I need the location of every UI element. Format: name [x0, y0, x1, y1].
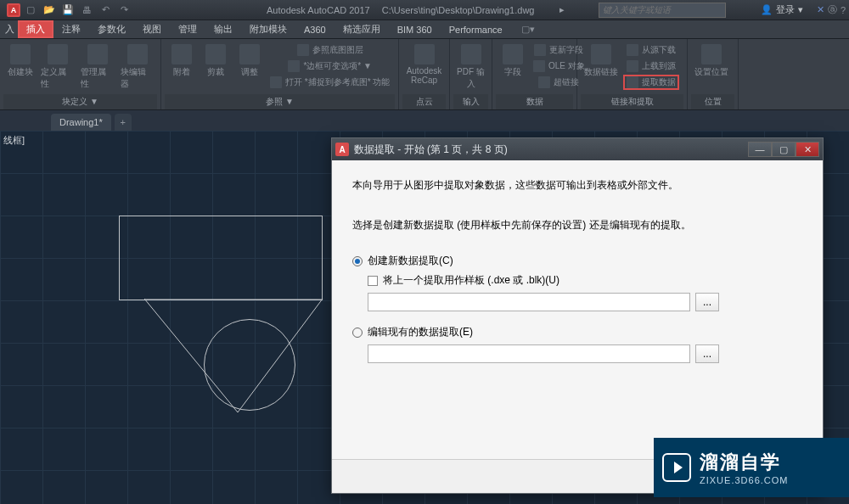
panel-title-block[interactable]: 块定义 ▼	[3, 94, 157, 109]
menu-featured[interactable]: 精选应用	[335, 20, 389, 38]
update-icon	[534, 44, 546, 56]
menu-view[interactable]: 视图	[134, 20, 170, 38]
download-source[interactable]: 从源下载	[623, 42, 679, 58]
browse-existing-button[interactable]: ...	[695, 344, 719, 363]
manage-attr-button[interactable]: 管理属性	[79, 42, 115, 92]
upload-icon	[627, 60, 638, 72]
download-icon	[627, 44, 638, 56]
radio-edit-existing[interactable]: 编辑现有的数据提取(E)	[352, 325, 802, 339]
menu-addins[interactable]: 附加模块	[241, 20, 295, 38]
menu-parametric[interactable]: 参数化	[89, 20, 134, 38]
existing-path-input[interactable]	[368, 344, 690, 363]
undo-icon[interactable]: ↶	[98, 3, 112, 17]
data-link-button[interactable]: 数据链接	[582, 42, 620, 80]
template-path-input[interactable]	[368, 293, 690, 311]
play-icon	[662, 453, 691, 482]
block-editor-icon	[127, 44, 148, 64]
a360-icon[interactable]: ⓐ	[828, 3, 837, 16]
snap-icon	[270, 76, 282, 88]
print-icon[interactable]: 🖶	[80, 3, 93, 17]
define-attr-button[interactable]: 定义属性	[39, 42, 76, 92]
dialog-description-2: 选择是创建新数据提取 (使用样板中先前保存的设置) 还是编辑现有的提取。	[352, 217, 802, 233]
exchange-icon[interactable]: ✕	[817, 4, 824, 15]
minimize-button[interactable]: —	[748, 142, 772, 157]
help-icon[interactable]: ?	[841, 5, 846, 15]
field-button[interactable]: 字段	[498, 42, 528, 80]
pdf-import-button[interactable]: PDF 输入	[455, 42, 486, 92]
ribbon-panel-block: 创建块 定义属性 管理属性 块编辑器 块定义 ▼	[0, 39, 161, 109]
panel-title-import[interactable]: 输入	[453, 94, 488, 109]
ribbon-panel-data: 字段 更新字段 OLE 对象 超链接 数据	[492, 39, 577, 109]
ribbon: 创建块 定义属性 管理属性 块编辑器 块定义 ▼ 附着 剪裁 调整 参照底图图层…	[0, 39, 849, 110]
radio-label-edit: 编辑现有的数据提取(E)	[368, 325, 473, 339]
menu-performance[interactable]: Performance	[441, 22, 511, 37]
snap-underlay[interactable]: 打开 *捕捉到参考底图* 功能	[268, 75, 391, 90]
dialog-description-1: 本向导用于从图形中提取对象数据，这些数据可输出到表格或外部文件。	[352, 177, 802, 193]
upload-source[interactable]: 上载到源	[623, 59, 679, 74]
watermark-url: ZIXUE.3D66.COM	[700, 475, 788, 485]
radio-create-new[interactable]: 创建新数据提取(C)	[352, 254, 802, 268]
panel-title-data[interactable]: 数据	[496, 94, 573, 109]
create-block-button[interactable]: 创建块	[5, 42, 36, 80]
panel-options-icon[interactable]: ▢▾	[521, 24, 535, 35]
menu-annotate[interactable]: 注释	[53, 20, 89, 38]
app-menu-icon[interactable]: A	[7, 3, 20, 17]
globe-icon	[701, 44, 722, 64]
close-button[interactable]: ✕	[796, 142, 819, 157]
extract-data-button[interactable]: 提取数据	[623, 75, 679, 90]
rectangle-shape[interactable]	[119, 216, 323, 300]
panel-title-link-extract[interactable]: 链接和提取	[581, 94, 683, 109]
menu-bim360[interactable]: BIM 360	[389, 22, 441, 37]
user-login[interactable]: 👤 登录 ▾	[761, 3, 803, 16]
circle-shape[interactable]	[204, 319, 295, 411]
attach-button[interactable]: 附着	[166, 42, 197, 80]
clip-button[interactable]: 剪裁	[200, 42, 231, 80]
ribbon-panel-ref: 附着 剪裁 调整 参照底图图层 *边框可变选项* ▼ 打开 *捕捉到参考底图* …	[161, 39, 399, 109]
file-path: C:\Users\ting\Desktop\Drawing1.dwg	[382, 5, 535, 15]
redo-icon[interactable]: ↷	[117, 3, 131, 17]
dialog-titlebar[interactable]: A 数据提取 - 开始 (第 1 页，共 8 页) — ▢ ✕	[332, 138, 823, 160]
save-icon[interactable]: 💾	[61, 3, 75, 17]
panel-title-ref[interactable]: 参照 ▼	[165, 94, 395, 109]
menu-a360[interactable]: A360	[295, 22, 335, 37]
underlay-layers[interactable]: 参照底图图层	[268, 42, 391, 58]
menu-output[interactable]: 输出	[205, 20, 241, 38]
search-input[interactable]	[599, 3, 726, 18]
panel-title-location[interactable]: 位置	[691, 94, 734, 109]
block-create-icon	[10, 44, 31, 64]
dialog-app-icon: A	[335, 143, 349, 156]
open-icon[interactable]: 📂	[42, 3, 56, 17]
menu-insert[interactable]: 插入	[18, 20, 53, 38]
menu-item[interactable]: 入	[3, 20, 18, 38]
titlebar: A ▢ 📂 💾 🖶 ↶ ↷ Autodesk AutoCAD 2017 C:\U…	[0, 0, 849, 20]
panel-title-pointcloud[interactable]: 点云	[402, 94, 446, 109]
doc-tab-active[interactable]: Drawing1*	[51, 114, 111, 131]
quick-access-toolbar: ▢ 📂 💾 🖶 ↶ ↷	[20, 3, 131, 17]
search-icon-arrow: ▸	[559, 4, 565, 15]
menu-manage[interactable]: 管理	[170, 20, 205, 38]
view-label: 线框]	[3, 134, 25, 147]
attr-manage-icon	[87, 44, 108, 64]
app-title: Autodesk AutoCAD 2017	[267, 5, 370, 15]
ole-icon	[533, 60, 545, 72]
set-location-button[interactable]: 设置位置	[693, 42, 730, 80]
radio-icon	[352, 256, 363, 266]
frame-vary[interactable]: *边框可变选项* ▼	[268, 59, 391, 74]
checkbox-icon	[368, 276, 378, 286]
checkbox-use-template[interactable]: 将上一个提取用作样板 (.dxe 或 .blk)(U)	[368, 273, 802, 288]
maximize-button[interactable]: ▢	[772, 142, 796, 157]
recap-icon	[414, 44, 435, 64]
new-icon[interactable]: ▢	[24, 3, 37, 17]
adjust-button[interactable]: 调整	[234, 42, 265, 80]
login-label: 登录	[776, 3, 795, 16]
browse-template-button[interactable]: ...	[695, 293, 719, 311]
ribbon-panel-link-extract: 数据链接 从源下载 上载到源 提取数据 链接和提取	[577, 39, 688, 109]
chevron-down-icon: ▾	[798, 4, 803, 15]
pdf-icon	[461, 44, 481, 64]
radio-icon	[352, 328, 363, 338]
recap-button[interactable]: Autodesk ReCap	[404, 42, 444, 87]
menubar: 入 插入 注释 参数化 视图 管理 输出 附加模块 A360 精选应用 BIM …	[0, 20, 849, 39]
block-editor-button[interactable]: 块编辑器	[119, 42, 155, 92]
new-tab-button[interactable]: +	[115, 114, 132, 131]
ribbon-panel-import: PDF 输入 输入	[450, 39, 492, 109]
